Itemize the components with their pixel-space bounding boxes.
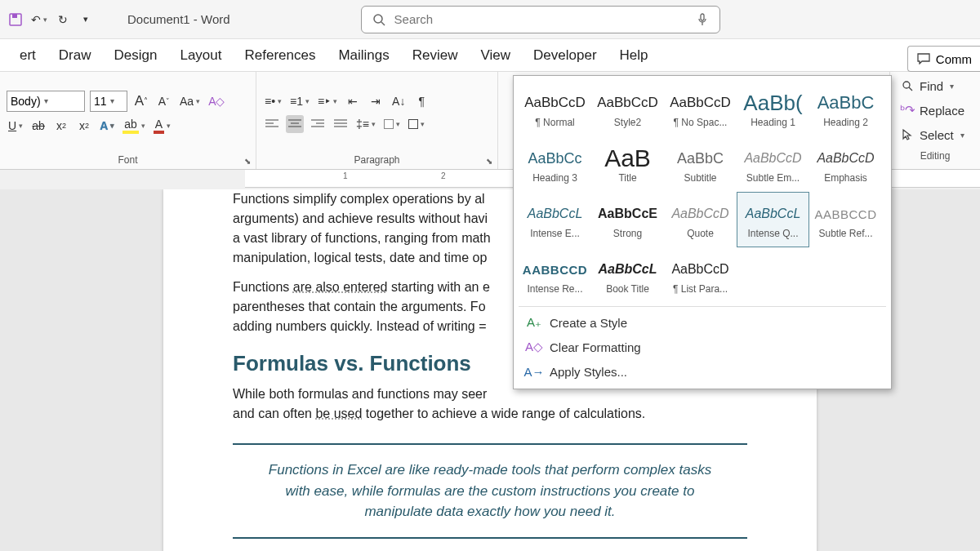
replace-button[interactable]: ᵇ↷Replace <box>900 100 970 121</box>
clear-formatting-action[interactable]: A◇Clear Formatting <box>519 335 886 359</box>
style-item-quote[interactable]: AaBbCcDQuote <box>664 192 737 247</box>
style-item-heading-3[interactable]: AaBbCcHeading 3 <box>519 136 591 192</box>
style-item-heading-2[interactable]: AaBbCHeading 2 <box>809 81 882 136</box>
clear-format-icon[interactable]: A◇ <box>207 92 226 110</box>
font-dialog-launcher[interactable]: ⬊ <box>244 157 251 166</box>
style-item-list-para-[interactable]: AaBbCcD¶ List Para... <box>664 247 737 303</box>
multilevel-list-button[interactable]: ≡‣ <box>316 92 339 110</box>
style-item-subtle-ref-[interactable]: AABBCCDSubtle Ref... <box>809 192 882 247</box>
comment-icon <box>916 51 931 66</box>
line-spacing-button[interactable]: ‡≡ <box>354 115 377 133</box>
font-group-label: Font⬊ <box>0 153 256 169</box>
show-marks-button[interactable]: ¶ <box>412 92 430 110</box>
sort-button[interactable]: A↓ <box>390 92 408 110</box>
superscript-button[interactable]: x2 <box>75 117 93 135</box>
svg-line-18 <box>909 87 912 91</box>
style-item-no-spac-[interactable]: AaBbCcD¶ No Spac... <box>664 81 737 136</box>
tab-0[interactable]: ert <box>8 41 47 70</box>
increase-indent-button[interactable]: ⇥ <box>367 92 385 110</box>
apply-styles-action[interactable]: A→Apply Styles... <box>519 359 886 384</box>
align-right-button[interactable] <box>309 115 327 133</box>
tab-design[interactable]: Design <box>103 41 169 70</box>
grow-font-button[interactable]: A˄ <box>132 92 150 110</box>
apply-styles-icon: A→ <box>527 364 541 379</box>
clear-format-icon: A◇ <box>527 340 541 354</box>
tab-review[interactable]: Review <box>401 41 470 70</box>
style-item-heading-1[interactable]: AaBb(Heading 1 <box>737 81 809 136</box>
tab-layout[interactable]: Layout <box>168 41 233 70</box>
style-item-book-title[interactable]: AaBbCcLBook Title <box>591 247 664 303</box>
qat-customize[interactable]: ▾ <box>77 11 95 29</box>
borders-button[interactable] <box>407 115 426 133</box>
font-color-button[interactable]: A <box>152 117 172 135</box>
svg-rect-1 <box>12 14 17 18</box>
tab-view[interactable]: View <box>470 41 523 70</box>
subscript-button[interactable]: x2 <box>52 117 70 135</box>
tab-help[interactable]: Help <box>608 41 660 70</box>
style-item-normal[interactable]: AaBbCcD¶ Normal <box>519 81 591 136</box>
svg-line-3 <box>381 22 385 25</box>
replace-icon: ᵇ↷ <box>900 103 915 118</box>
text-effects-button[interactable]: A <box>98 117 116 135</box>
tab-references[interactable]: References <box>233 41 327 70</box>
body-text[interactable]: While both formulas and functions may se… <box>233 384 747 424</box>
undo-button[interactable]: ↶ <box>29 11 49 29</box>
font-size-combo[interactable]: 11 <box>90 91 127 112</box>
editing-group-label: Editing <box>890 149 980 165</box>
style-item-emphasis[interactable]: AaBbCcDEmphasis <box>809 136 882 192</box>
paragraph-group-label: Paragraph⬊ <box>256 153 497 169</box>
style-item-subtle-em-[interactable]: AaBbCcDSubtle Em... <box>737 136 809 192</box>
shrink-font-button[interactable]: A˅ <box>155 92 173 110</box>
decrease-indent-button[interactable]: ⇤ <box>344 92 362 110</box>
save-icon[interactable] <box>7 11 24 29</box>
align-center-button[interactable] <box>286 115 304 133</box>
select-icon <box>900 127 915 142</box>
style-item-intense-e-[interactable]: AaBbCcLIntense E... <box>519 192 591 247</box>
search-icon <box>372 12 386 27</box>
style-item-intense-re-[interactable]: AABBCCDIntense Re... <box>519 247 591 303</box>
tab-mailings[interactable]: Mailings <box>327 41 400 70</box>
style-item-style2[interactable]: AaBbCcDStyle2 <box>591 81 664 136</box>
bullets-button[interactable]: ≡• <box>263 92 283 110</box>
style-item-subtitle[interactable]: AaBbCSubtitle <box>664 136 737 192</box>
numbering-button[interactable]: ≡1 <box>288 92 311 110</box>
svg-point-17 <box>903 82 910 88</box>
style-item-title[interactable]: AaBTitle <box>591 136 664 192</box>
search-input[interactable] <box>394 12 687 26</box>
style-item-intense-q-[interactable]: AaBbCcLIntense Q... <box>737 192 809 247</box>
tab-draw[interactable]: Draw <box>47 41 103 70</box>
change-case-button[interactable]: Aa <box>178 92 202 110</box>
font-name-combo[interactable]: Body) <box>7 91 85 112</box>
intense-quote[interactable]: Functions in Excel are like ready-made t… <box>233 443 747 539</box>
svg-rect-4 <box>701 14 704 20</box>
strikethrough-button[interactable]: ab <box>29 117 47 135</box>
find-icon <box>900 78 915 93</box>
title-bar: ↶ ↻ ▾ Document1 - Word <box>0 0 980 39</box>
create-style-icon: A₊ <box>527 315 541 330</box>
search-box[interactable] <box>361 6 720 33</box>
mic-icon[interactable] <box>695 12 710 27</box>
paragraph-dialog-launcher[interactable]: ⬊ <box>486 157 492 166</box>
ribbon-tabs: ert Draw Design Layout References Mailin… <box>0 39 980 72</box>
styles-gallery: AaBbCcD¶ NormalAaBbCcDStyle2AaBbCcD¶ No … <box>513 75 892 389</box>
align-left-button[interactable] <box>263 115 281 133</box>
svg-point-2 <box>374 15 382 23</box>
select-button[interactable]: Select <box>900 124 970 145</box>
tab-developer[interactable]: Developer <box>522 41 608 70</box>
shading-button[interactable] <box>382 115 402 133</box>
document-title: Document1 - Word <box>127 12 230 26</box>
justify-button[interactable] <box>332 115 350 133</box>
redo-button[interactable]: ↻ <box>54 11 72 29</box>
find-button[interactable]: Find <box>900 75 970 96</box>
create-style-action[interactable]: A₊Create a Style <box>519 310 886 335</box>
comments-button[interactable]: Comm <box>907 46 980 72</box>
highlight-button[interactable]: ab <box>121 117 147 135</box>
style-item-strong[interactable]: AaBbCcEStrong <box>591 192 664 247</box>
underline-button[interactable]: U <box>7 117 24 135</box>
